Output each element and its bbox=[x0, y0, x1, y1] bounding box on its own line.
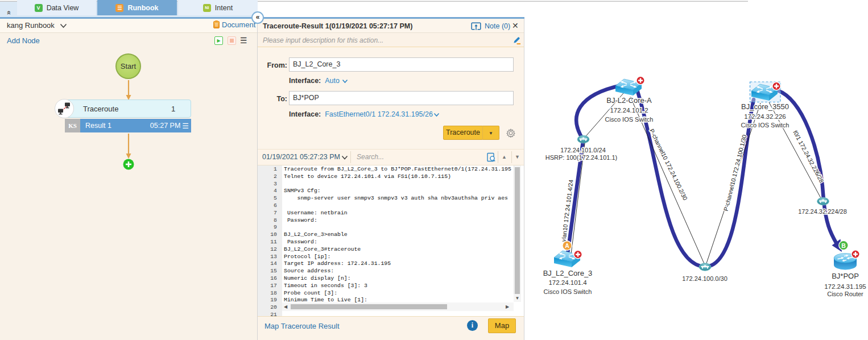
svg-text:A: A bbox=[565, 242, 569, 249]
svg-text:172.24.101.4: 172.24.101.4 bbox=[548, 279, 587, 286]
svg-text:172.24.32.224/28: 172.24.32.224/28 bbox=[798, 208, 847, 215]
svg-text:Cisco IOS Switch: Cisco IOS Switch bbox=[544, 288, 592, 295]
svg-text:172.24.101.2: 172.24.101.2 bbox=[610, 107, 648, 114]
svg-text:Cisco Router: Cisco Router bbox=[827, 291, 863, 297]
svg-text:172.24.100.0/30: 172.24.100.0/30 bbox=[682, 275, 728, 282]
svg-text:Cisco IOS Switch: Cisco IOS Switch bbox=[741, 122, 790, 128]
svg-text:172.24.31.195: 172.24.31.195 bbox=[824, 283, 866, 290]
svg-text:Cisco IOS Switch: Cisco IOS Switch bbox=[605, 116, 654, 123]
svg-text:HSRP: 100(172.24.101.1): HSRP: 100(172.24.101.1) bbox=[545, 154, 618, 161]
svg-text:BJ_core_3550: BJ_core_3550 bbox=[741, 102, 789, 111]
svg-text:BJ_L2_Core_3: BJ_L2_Core_3 bbox=[543, 269, 593, 277]
svg-text:172.24.32.226: 172.24.32.226 bbox=[744, 113, 786, 120]
svg-text:B: B bbox=[841, 242, 846, 249]
svg-text:172.24.101.0/24: 172.24.101.0/24 bbox=[560, 147, 606, 154]
svg-text:BJ*POP: BJ*POP bbox=[832, 272, 859, 280]
svg-text:BJ-L2-Core-A: BJ-L2-Core-A bbox=[606, 96, 652, 105]
